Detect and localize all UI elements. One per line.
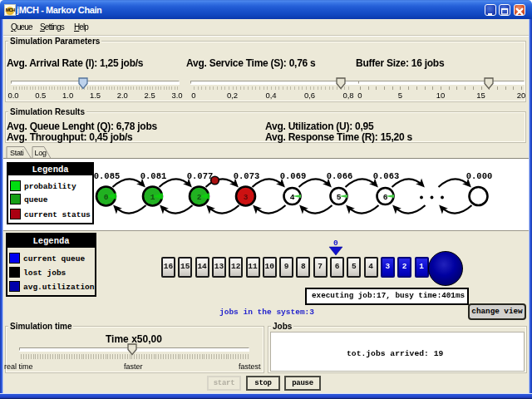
svg-text:0.077: 0.077	[187, 171, 214, 181]
svg-text:3: 3	[244, 193, 249, 202]
svg-text:Log: Log	[35, 149, 47, 157]
svg-text:0.069: 0.069	[280, 171, 307, 181]
svg-text:0: 0	[104, 193, 109, 202]
svg-text:0.000: 0.000	[466, 171, 493, 181]
svg-text:2: 2	[197, 193, 202, 202]
svg-text:0.085: 0.085	[94, 171, 121, 181]
svg-text:0.081: 0.081	[140, 171, 167, 181]
svg-text:0.066: 0.066	[327, 171, 353, 181]
svg-text:1: 1	[150, 193, 155, 202]
svg-text:4: 4	[290, 193, 295, 202]
svg-text:6: 6	[383, 193, 388, 202]
svg-text:0.063: 0.063	[373, 171, 400, 181]
svg-text:5: 5	[337, 193, 342, 202]
svg-text:0.073: 0.073	[234, 171, 260, 181]
svg-text:Stati: Stati	[10, 149, 24, 157]
